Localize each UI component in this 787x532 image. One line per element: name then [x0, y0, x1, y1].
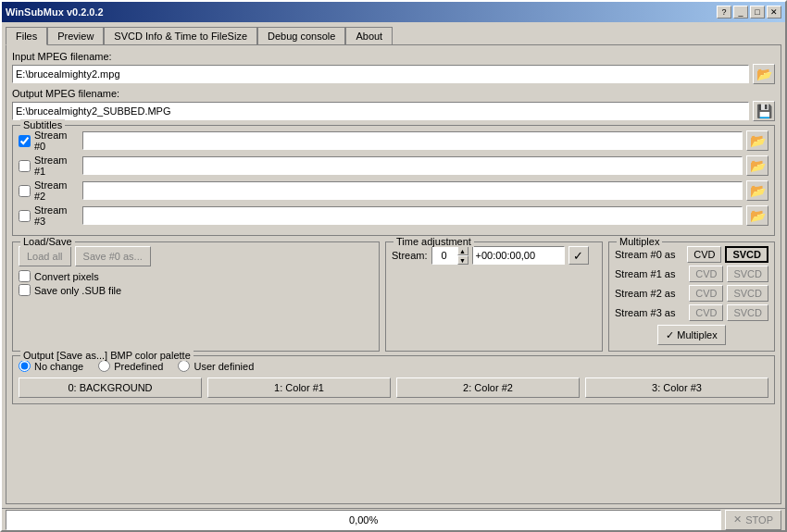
minimize-button[interactable]: _ — [733, 6, 748, 19]
output-mpeg-save-button[interactable]: 💾 — [753, 101, 775, 121]
color-1-button[interactable]: 1: Color #1 — [207, 377, 391, 398]
save-sub-only-checkbox[interactable] — [19, 284, 31, 296]
no-change-option: No change — [19, 360, 83, 372]
maximize-button[interactable]: □ — [750, 6, 765, 19]
stream-spinner-up[interactable]: ▲ — [457, 246, 468, 255]
stream-3-row: Stream #3 📂 — [19, 204, 768, 227]
multiplex-group: Multiplex Stream #0 as CVD SVCD Stream #… — [608, 241, 775, 352]
mux-stream0-row: Stream #0 as CVD SVCD — [615, 246, 768, 263]
close-button[interactable]: ✕ — [767, 6, 781, 19]
multiplex-button[interactable]: ✓ Multiplex — [657, 325, 725, 345]
folder-icon-stream2: 📂 — [750, 183, 766, 198]
time-adj-label: Time adjustment — [394, 236, 474, 247]
context-help-button[interactable]: ? — [717, 6, 731, 19]
stream-2-input[interactable] — [82, 181, 743, 200]
stream-0-input[interactable] — [82, 131, 743, 150]
subtitles-group: Subtitles Stream #0 📂 Stream #1 — [12, 125, 775, 236]
subtitles-group-label: Subtitles — [20, 119, 65, 130]
mux-stream2-label: Stream #2 as — [615, 288, 685, 299]
save-as-button[interactable]: Save #0 as... — [75, 246, 151, 266]
status-bar: 0,00% ✕ STOP — [2, 508, 785, 530]
mux-stream0-cvd-button[interactable]: CVD — [687, 246, 721, 263]
load-save-group: Load/Save Load all Save #0 as... Convert… — [12, 241, 380, 352]
load-all-button[interactable]: Load all — [19, 246, 71, 266]
time-adjustment-group: Time adjustment Stream: ▲ ▼ ✓ — [385, 241, 603, 352]
output-mpeg-label: Output MPEG filename: — [12, 88, 119, 99]
load-save-label: Load/Save — [20, 236, 75, 247]
stream-3-input[interactable] — [82, 206, 743, 225]
convert-pixels-checkbox[interactable] — [19, 270, 31, 282]
input-mpeg-field[interactable] — [12, 65, 749, 83]
time-adj-row: Stream: ▲ ▼ ✓ — [392, 246, 596, 265]
progress-bar: 0,00% — [6, 510, 721, 530]
mux-stream3-svcd-button[interactable]: SVCD — [727, 304, 768, 321]
mux-stream3-cvd-button[interactable]: CVD — [689, 304, 723, 321]
stream-1-label: Stream #1 — [19, 155, 79, 177]
tab-debug-console[interactable]: Debug console — [257, 27, 345, 45]
stream-spinner[interactable]: ▲ ▼ — [431, 246, 468, 265]
time-confirm-button[interactable]: ✓ — [568, 246, 589, 265]
stream-2-browse-button[interactable]: 📂 — [746, 180, 768, 201]
no-change-radio[interactable] — [19, 360, 31, 372]
stream-1-browse-button[interactable]: 📂 — [746, 155, 768, 176]
user-defined-radio[interactable] — [178, 360, 190, 372]
input-mpeg-browse-button[interactable]: 📂 — [753, 64, 775, 84]
stop-icon: ✕ — [733, 513, 742, 526]
save-sub-only-row: Save only .SUB file — [19, 284, 373, 296]
folder-icon-stream0: 📂 — [750, 133, 766, 148]
stream-1-row: Stream #1 📂 — [19, 155, 768, 177]
predefined-option: Predefined — [98, 360, 163, 372]
mux-stream1-label: Stream #1 as — [615, 268, 685, 279]
stream-0-checkbox[interactable] — [19, 135, 31, 147]
mux-stream2-svcd-button[interactable]: SVCD — [727, 285, 768, 302]
tab-bar: Files Preview SVCD Info & Time to FileSi… — [6, 26, 781, 44]
stream-1-checkbox[interactable] — [19, 160, 31, 172]
color-background-button[interactable]: 0: BACKGROUND — [19, 377, 202, 398]
window-content: Files Preview SVCD Info & Time to FileSi… — [2, 22, 785, 508]
tab-content-files: Input MPEG filename: 📂 Output MPEG filen… — [6, 44, 781, 504]
color-3-button[interactable]: 3: Color #3 — [585, 377, 768, 398]
stream-2-checkbox[interactable] — [19, 185, 31, 197]
stream-3-checkbox[interactable] — [19, 210, 31, 222]
output-mpeg-field[interactable] — [12, 102, 749, 120]
stream-1-input[interactable] — [82, 156, 743, 175]
stream-spinner-input[interactable] — [431, 246, 457, 265]
input-mpeg-input-row: 📂 — [12, 64, 775, 84]
stop-button[interactable]: ✕ STOP — [725, 510, 781, 530]
output-mpeg-input-row: 💾 — [12, 101, 775, 121]
tab-svcd-info[interactable]: SVCD Info & Time to FileSize — [104, 27, 257, 45]
folder-open-icon: 📂 — [756, 67, 772, 81]
stream-spinner-down[interactable]: ▼ — [457, 255, 468, 265]
mux-stream2-cvd-button[interactable]: CVD — [689, 285, 723, 302]
mux-stream1-svcd-button[interactable]: SVCD — [727, 266, 768, 282]
output-palette-group: Output [Save as...] BMP color palette No… — [12, 355, 775, 404]
bottom-row: Load/Save Load all Save #0 as... Convert… — [12, 241, 775, 352]
folder-icon-stream3: 📂 — [750, 208, 766, 223]
stream-0-browse-button[interactable]: 📂 — [746, 130, 768, 151]
user-defined-option: User definied — [178, 360, 254, 372]
stream-2-row: Stream #2 📂 — [19, 179, 768, 202]
mux-stream1-cvd-button[interactable]: CVD — [689, 266, 723, 282]
output-mpeg-row: Output MPEG filename: — [12, 88, 775, 99]
multiplex-btn-container: ✓ Multiplex — [615, 325, 768, 345]
tab-files[interactable]: Files — [6, 27, 47, 45]
title-bar: WinSubMux v0.2.0.2 ? _ □ ✕ — [2, 2, 785, 22]
main-window: WinSubMux v0.2.0.2 ? _ □ ✕ Files Preview… — [0, 0, 787, 532]
time-value-input[interactable] — [472, 246, 565, 265]
color-2-button[interactable]: 2: Color #2 — [396, 377, 580, 398]
color-buttons: 0: BACKGROUND 1: Color #1 2: Color #2 3:… — [19, 377, 768, 398]
predefined-radio[interactable] — [98, 360, 110, 372]
title-bar-buttons: ? _ □ ✕ — [717, 6, 781, 19]
progress-text: 0,00% — [349, 514, 378, 526]
mux-stream0-svcd-button[interactable]: SVCD — [725, 246, 768, 263]
stream-3-browse-button[interactable]: 📂 — [746, 205, 768, 226]
folder-icon-stream1: 📂 — [750, 158, 766, 173]
mux-stream3-row: Stream #3 as CVD SVCD — [615, 304, 768, 321]
stream-3-label: Stream #3 — [19, 204, 79, 227]
tab-about[interactable]: About — [345, 27, 393, 45]
stream-0-row: Stream #0 📂 — [19, 130, 768, 152]
mux-stream0-label: Stream #0 as — [615, 249, 683, 260]
load-save-checkboxes: Convert pixels Save only .SUB file — [19, 270, 373, 296]
tab-preview[interactable]: Preview — [47, 27, 104, 45]
mux-stream1-row: Stream #1 as CVD SVCD — [615, 266, 768, 282]
